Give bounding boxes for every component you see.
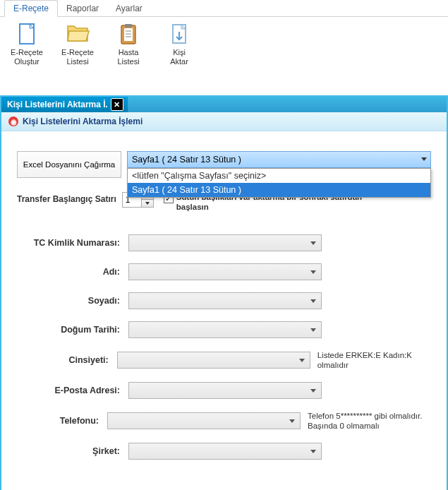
ribbon-erecete-olustur[interactable]: E-Reçete Oluştur bbox=[7, 21, 47, 66]
sheet-dropdown: <lütfen "Çalışma Sayfası" seçiniz> Sayfa… bbox=[127, 168, 431, 198]
field-row-tckimlik: TC Kimlik Numarası: bbox=[17, 234, 431, 251]
field-row-dogum: Doğum Tarihi: bbox=[17, 321, 431, 338]
ribbon-label: E-Reçete Listesi bbox=[58, 48, 97, 66]
field-label: Cinsiyeti: bbox=[17, 355, 117, 365]
transfer-start-label: Transfer Başlangıç Satırı bbox=[17, 192, 116, 204]
svg-rect-3 bbox=[125, 24, 132, 28]
svg-rect-2 bbox=[124, 28, 133, 41]
ribbon-label: Kişi Aktar bbox=[159, 48, 199, 66]
field-select-dogum[interactable] bbox=[128, 321, 322, 338]
inner-title-tab: Kişi Listelerini Aktarma İ. ✕ bbox=[1, 97, 128, 112]
menu-tab-erecete[interactable]: E-Reçete bbox=[4, 0, 58, 17]
inner-titlebar: Kişi Listelerini Aktarma İ. ✕ bbox=[1, 97, 447, 112]
target-icon: ◉ bbox=[8, 116, 18, 126]
field-select-adi[interactable] bbox=[128, 263, 322, 280]
field-label: TC Kimlik Numarası: bbox=[17, 238, 128, 248]
field-hint-telefon: Telefon 5********** gibi olmalıdır. Başı… bbox=[308, 411, 431, 431]
field-select-telefon[interactable] bbox=[107, 412, 301, 429]
sheet-option-placeholder[interactable]: <lütfen "Çalışma Sayfası" seçiniz> bbox=[128, 169, 430, 183]
field-label: E-Posta Adresi: bbox=[17, 386, 128, 395]
close-icon[interactable]: ✕ bbox=[111, 98, 123, 111]
menu-tab-raporlar[interactable]: Raporlar bbox=[58, 1, 107, 16]
inner-title-text: Kişi Listelerini Aktarma İ. bbox=[7, 100, 108, 109]
sheet-select-wrap: Sayfa1 ( 24 Satır 13 Sütun ) <lütfen "Ça… bbox=[127, 151, 431, 168]
ribbon-label: Hasta Listesi bbox=[109, 48, 148, 66]
import-doc-icon bbox=[167, 21, 192, 47]
call-excel-button[interactable]: Excel Dosyanını Çağırma bbox=[17, 151, 121, 178]
field-row-adi: Adı: bbox=[17, 263, 431, 280]
field-row-telefon: Telefonu: Telefon 5********** gibi olmal… bbox=[17, 411, 431, 431]
folder-icon bbox=[65, 21, 90, 47]
sheet-option-sayfa1[interactable]: Sayfa1 ( 24 Satır 13 Sütun ) bbox=[128, 183, 430, 197]
subheader-text: Kişi Listelerini Aktarma İşlemi bbox=[23, 116, 143, 126]
field-select-eposta[interactable] bbox=[128, 382, 322, 399]
field-label: Doğum Tarihi: bbox=[17, 325, 128, 335]
field-row-eposta: E-Posta Adresi: bbox=[17, 382, 431, 399]
field-select-cinsiyet[interactable] bbox=[117, 352, 310, 369]
field-label: Adı: bbox=[17, 267, 128, 277]
field-select-soyadi[interactable] bbox=[128, 292, 322, 309]
field-select-sirket[interactable] bbox=[128, 443, 322, 460]
chevron-down-icon bbox=[145, 202, 150, 205]
ribbon: E-Reçete Oluştur E-Reçete Listesi Hasta … bbox=[0, 17, 448, 69]
subheader: ◉ Kişi Listelerini Aktarma İşlemi bbox=[1, 112, 447, 131]
field-mappings: TC Kimlik Numarası: Adı: Soyadı: bbox=[17, 234, 431, 460]
sheet-select[interactable]: Sayfa1 ( 24 Satır 13 Sütun ) bbox=[127, 151, 431, 168]
sheet-row: Excel Dosyanını Çağırma Sayfa1 ( 24 Satı… bbox=[17, 151, 431, 178]
field-row-cinsiyet: Cinsiyeti: Listede ERKEK:E Kadın:K olmal… bbox=[17, 350, 431, 370]
clipboard-icon bbox=[116, 21, 141, 47]
field-row-sirket: Şirket: bbox=[17, 443, 431, 460]
inner-window: Kişi Listelerini Aktarma İ. ✕ ◉ Kişi Lis… bbox=[0, 95, 448, 490]
field-select-tckimlik[interactable] bbox=[128, 234, 322, 251]
content-area: Excel Dosyanını Çağırma Sayfa1 ( 24 Satı… bbox=[1, 131, 447, 460]
ribbon-erecete-listesi[interactable]: E-Reçete Listesi bbox=[58, 21, 97, 66]
field-label: Şirket: bbox=[17, 446, 128, 456]
field-label: Soyadı: bbox=[17, 296, 128, 306]
field-row-soyadi: Soyadı: bbox=[17, 292, 431, 309]
spinner-down[interactable] bbox=[142, 200, 153, 207]
field-hint-cinsiyet: Listede ERKEK:E Kadın:K olmalıdır bbox=[317, 350, 431, 370]
menu-tab-ayarlar[interactable]: Ayarlar bbox=[107, 1, 151, 16]
field-label: Telefonu: bbox=[17, 416, 107, 426]
menu-tabs: E-Reçete Raporlar Ayarlar bbox=[0, 0, 448, 17]
new-doc-icon bbox=[14, 21, 40, 47]
ribbon-kisi-aktar[interactable]: Kişi Aktar bbox=[159, 21, 199, 66]
ribbon-hasta-listesi[interactable]: Hasta Listesi bbox=[109, 21, 148, 66]
ribbon-label: E-Reçete Oluştur bbox=[7, 48, 47, 66]
